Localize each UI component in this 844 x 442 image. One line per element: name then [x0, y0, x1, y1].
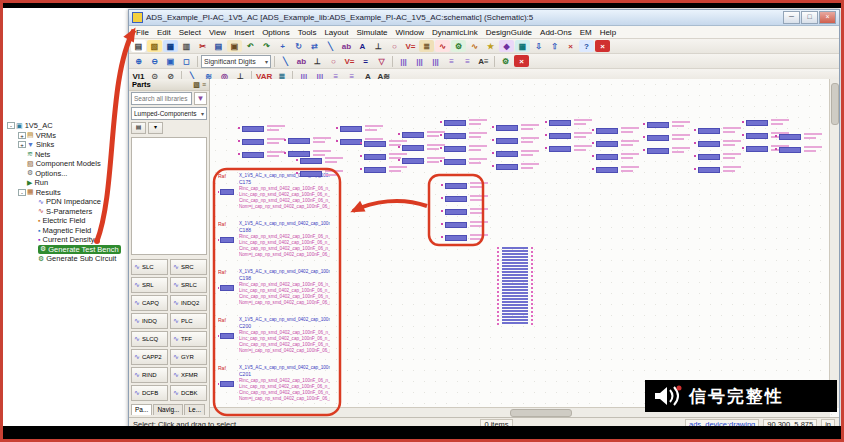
- tree-expand-toggle[interactable]: -: [7, 122, 15, 129]
- tree-item-nets[interactable]: ≋Nets: [7, 150, 127, 160]
- layout-icon[interactable]: ▦: [515, 40, 530, 52]
- sort-button[interactable]: ▾: [148, 122, 163, 134]
- schematic-component[interactable]: [596, 124, 642, 137]
- wire-label-icon[interactable]: ab: [294, 55, 309, 67]
- schematic-component[interactable]: [445, 218, 491, 231]
- palette-plc-button[interactable]: ∿PLC: [170, 313, 207, 329]
- component-annotation-c201[interactable]: RafX_1V5_AC_s_cap_np_smd_0402_cap_100nF_…: [218, 365, 330, 409]
- tree-item-component-models[interactable]: ▧Component Models: [7, 159, 127, 169]
- zoom-in-icon[interactable]: ⊕: [131, 55, 146, 67]
- schematic-component[interactable]: [445, 231, 491, 244]
- schematic-component[interactable]: [549, 116, 595, 129]
- palette-srl-button[interactable]: ∿SRL: [131, 277, 168, 293]
- tune-icon[interactable]: ∿: [467, 40, 482, 52]
- schematic-component[interactable]: [746, 116, 792, 129]
- menu-tools[interactable]: Tools: [294, 28, 321, 37]
- schematic-component[interactable]: [779, 130, 825, 143]
- palette-srlc-button[interactable]: ∿SRLC: [170, 277, 207, 293]
- schematic-component[interactable]: [698, 163, 744, 176]
- schematic-component[interactable]: [444, 116, 490, 129]
- menu-view[interactable]: View: [205, 28, 230, 37]
- schematic-component[interactable]: [340, 122, 386, 135]
- text-icon[interactable]: A: [355, 40, 370, 52]
- marker-icon[interactable]: ▽: [374, 55, 389, 67]
- distribute-vertical-icon[interactable]: ≡: [460, 55, 475, 67]
- list-view-button[interactable]: ▤: [131, 122, 146, 134]
- schematic-component[interactable]: [647, 118, 693, 131]
- stop-simulation-icon[interactable]: ×: [514, 55, 529, 67]
- parts-preview-area[interactable]: [131, 137, 207, 255]
- parts-tab-0[interactable]: Pa...: [131, 404, 152, 415]
- palette-slc-button[interactable]: ∿SLC: [131, 259, 168, 275]
- menu-add-ons[interactable]: Add-Ons: [536, 28, 576, 37]
- menu-layout[interactable]: Layout: [320, 28, 352, 37]
- palette-indq-button[interactable]: ∿INDQ: [131, 313, 168, 329]
- net-name-icon[interactable]: ab: [339, 40, 354, 52]
- save-icon[interactable]: ▦: [163, 40, 178, 52]
- palette-tff-button[interactable]: ∿TFF: [170, 331, 207, 347]
- tree-expand-toggle[interactable]: +: [18, 132, 26, 139]
- deactivate-icon[interactable]: ×: [563, 40, 578, 52]
- tree-item-options[interactable]: ⚙Options...: [7, 169, 127, 179]
- move-icon[interactable]: +: [275, 40, 290, 52]
- em-setup-icon[interactable]: ◆: [499, 40, 514, 52]
- menu-insert[interactable]: Insert: [230, 28, 258, 37]
- library-combo[interactable]: Lumped-Components ▾: [131, 107, 207, 120]
- menu-select[interactable]: Select: [175, 28, 205, 37]
- library-icon[interactable]: ≣: [419, 40, 434, 52]
- align-left-icon[interactable]: |||: [396, 55, 411, 67]
- schematic-component[interactable]: [596, 150, 642, 163]
- schematic-canvas[interactable]: RafX_1V5_AC_s_cap_np_smd_0402_cap_100nF_…: [210, 79, 839, 417]
- tree-item-generate-sub-circuit[interactable]: ⚙Generate Sub Circuit: [7, 254, 127, 264]
- paste-icon[interactable]: ▣: [227, 40, 242, 52]
- distribute-horizontal-icon[interactable]: ≡: [444, 55, 459, 67]
- redo-icon[interactable]: ↷: [259, 40, 274, 52]
- tree-item-generate-test-bench[interactable]: ⚙Generate Test Bench: [7, 245, 127, 255]
- tree-item-vrms[interactable]: +▤VRMs: [7, 131, 127, 141]
- parts-tab-2[interactable]: Le...: [184, 404, 205, 415]
- menu-edit[interactable]: Edit: [153, 28, 175, 37]
- schematic-component[interactable]: [647, 131, 693, 144]
- schematic-component[interactable]: [496, 147, 542, 160]
- undo-icon[interactable]: ↶: [243, 40, 258, 52]
- palette-capp2-button[interactable]: ∿CAPP2: [131, 349, 168, 365]
- help-icon[interactable]: ?: [579, 40, 594, 52]
- simulate-icon[interactable]: ⚙: [451, 40, 466, 52]
- palette-capq-button[interactable]: ∿CAPQ: [131, 295, 168, 311]
- schematic-component[interactable]: [444, 155, 490, 168]
- tree-expand-toggle[interactable]: -: [18, 189, 26, 196]
- tree-item-magnetic-field[interactable]: ▪Magnetic Field: [7, 226, 127, 236]
- menu-designguide[interactable]: DesignGuide: [482, 28, 536, 37]
- schematic-component[interactable]: [445, 179, 491, 192]
- display-icon[interactable]: ∿: [435, 40, 450, 52]
- schematic-component[interactable]: [698, 150, 744, 163]
- component-annotation-c200[interactable]: RafX_1V5_AC_s_cap_np_smd_0402_cap_100nF_…: [218, 317, 330, 361]
- palette-xfmr-button[interactable]: ∿XFMR: [170, 367, 207, 383]
- tree-item-s-parameters[interactable]: ∿S-Parameters: [7, 207, 127, 217]
- close-button[interactable]: ×: [819, 11, 836, 24]
- align-center-icon[interactable]: |||: [412, 55, 427, 67]
- schematic-component[interactable]: [300, 154, 346, 167]
- print-icon[interactable]: ▥: [179, 40, 194, 52]
- significant-digits-combo[interactable]: Significant Digits▾: [201, 55, 271, 68]
- vscroll-thumb[interactable]: [831, 83, 839, 125]
- align-right-icon[interactable]: |||: [428, 55, 443, 67]
- schematic-component[interactable]: [288, 134, 334, 147]
- search-input[interactable]: [131, 92, 192, 105]
- hscroll-thumb[interactable]: [510, 409, 572, 417]
- text-attributes-icon[interactable]: A≡: [476, 55, 491, 67]
- menu-simulate[interactable]: Simulate: [352, 28, 391, 37]
- schematic-component[interactable]: [549, 142, 595, 155]
- optimize-icon[interactable]: ★: [483, 40, 498, 52]
- insert-wire-icon[interactable]: ╲: [278, 55, 293, 67]
- schematic-component[interactable]: [445, 192, 491, 205]
- schematic-component[interactable]: [779, 143, 825, 156]
- zoom-out-icon[interactable]: ⊖: [147, 55, 162, 67]
- menu-dynamiclink[interactable]: DynamicLink: [428, 28, 482, 37]
- palette-rind-button[interactable]: ∿RIND: [131, 367, 168, 383]
- zoom-area-icon[interactable]: ▣: [163, 55, 178, 67]
- schematic-component[interactable]: [496, 134, 542, 147]
- mirror-icon[interactable]: ⇄: [307, 40, 322, 52]
- schematic-component[interactable]: [242, 148, 288, 161]
- minimize-button[interactable]: ─: [783, 11, 800, 24]
